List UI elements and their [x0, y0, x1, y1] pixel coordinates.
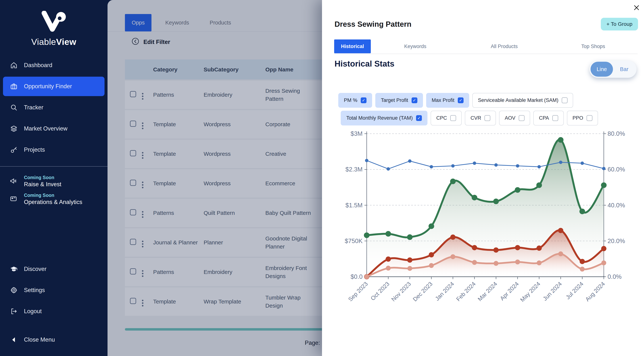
- edit-filter-button[interactable]: Edit Filter: [132, 38, 170, 47]
- checkbox-unchecked-icon[interactable]: [562, 98, 568, 103]
- sidebar-item-projects[interactable]: Projects: [3, 140, 104, 160]
- kebab-menu-icon[interactable]: [141, 237, 153, 248]
- svg-text:40.0%: 40.0%: [608, 202, 625, 209]
- drawer-header: Dress Sewing Pattern + To Group: [334, 18, 638, 30]
- metric-toggle-total-monthly-revenue-tam[interactable]: Total Monthly Revenue (TAM)✓: [341, 111, 428, 126]
- column-header-category[interactable]: Category: [153, 66, 204, 73]
- tab-products[interactable]: Products: [203, 14, 238, 32]
- drawer-close-button[interactable]: [632, 3, 642, 13]
- metric-label: PM %: [344, 98, 357, 103]
- cell-subcategory: Wrap Template: [204, 298, 265, 305]
- brand-name: ViableView: [0, 37, 108, 47]
- sidebar-item-dashboard[interactable]: Dashboard: [3, 56, 104, 75]
- cell-category: Patterns: [153, 92, 204, 98]
- metric-label: Serviceable Available Market (SAM): [478, 98, 558, 103]
- checkbox-checked-icon[interactable]: ✓: [416, 115, 422, 121]
- row-checkbox[interactable]: [130, 298, 141, 305]
- checkbox-checked-icon[interactable]: ✓: [458, 98, 464, 103]
- metric-label: CPA: [539, 115, 549, 121]
- metric-toggle-cpa[interactable]: CPA: [533, 111, 564, 126]
- historical-chart[interactable]: $3M80.0%$2.3M60.0%$1.5M40.0%$750K20.0%$0…: [326, 127, 636, 336]
- sidebar-item-tracker[interactable]: Tracker: [3, 98, 104, 117]
- metric-toggle-target-profit[interactable]: Target Profit✓: [375, 93, 423, 108]
- svg-text:Aug 2024: Aug 2024: [584, 280, 606, 303]
- kebab-menu-icon[interactable]: [141, 148, 153, 160]
- toggle-bar-option[interactable]: Bar: [613, 62, 636, 77]
- checkbox-unchecked-icon[interactable]: [586, 115, 592, 121]
- sidebar-divider: [0, 166, 108, 166]
- svg-text:May 2024: May 2024: [519, 280, 542, 303]
- checkbox-unchecked-icon[interactable]: [450, 115, 456, 121]
- sidebar-item-operations-analytics[interactable]: Coming Soon Operations & Analytics: [3, 192, 104, 206]
- kebab-menu-icon[interactable]: [141, 267, 153, 278]
- sidebar-item-discover[interactable]: Discover: [3, 259, 104, 279]
- briefcase-icon: [10, 82, 18, 90]
- sidebar-item-raise-invest[interactable]: Coming Soon Raise & Invest: [3, 175, 104, 188]
- row-checkbox[interactable]: [130, 91, 141, 98]
- svg-text:Jan 2024: Jan 2024: [434, 280, 455, 302]
- metric-toggle-aov[interactable]: AOV: [499, 111, 530, 126]
- row-checkbox[interactable]: [130, 180, 141, 187]
- drawer-title: Dress Sewing Pattern: [334, 20, 412, 28]
- row-checkbox[interactable]: [130, 120, 141, 128]
- row-checkbox[interactable]: [130, 209, 141, 217]
- cell-opp-name: Goodnote Digital Planner: [265, 234, 312, 251]
- close-menu-label: Close Menu: [24, 336, 55, 343]
- metric-label: AOV: [505, 115, 515, 121]
- list-tab-bar: Opps Keywords Products: [125, 14, 238, 32]
- metric-toggle-ppo[interactable]: PPO: [567, 111, 598, 126]
- cell-opp-name: Baby Quilt Pattern: [265, 209, 312, 217]
- checkbox-unchecked-icon[interactable]: [552, 115, 558, 121]
- svg-text:Jun 2024: Jun 2024: [542, 280, 563, 302]
- close-menu-button[interactable]: Close Menu: [3, 330, 104, 350]
- metric-toggle-max-profit[interactable]: Max Profit✓: [426, 93, 469, 108]
- column-header-opp-name[interactable]: Opp Name: [265, 66, 312, 73]
- checkbox-unchecked-icon[interactable]: [519, 115, 524, 121]
- svg-text:$0.0: $0.0: [350, 273, 362, 280]
- row-checkbox[interactable]: [130, 150, 141, 158]
- layers-icon: [10, 124, 18, 133]
- kebab-menu-icon[interactable]: [141, 89, 153, 100]
- sidebar-footer: Discover Settings Logout Close Menu: [0, 259, 108, 351]
- svg-text:Nov 2023: Nov 2023: [390, 280, 412, 303]
- checkbox-unchecked-icon[interactable]: [484, 115, 490, 121]
- wallet-icon: [10, 195, 18, 203]
- metric-toggles-row-1: PM %✓Target Profit✓Max Profit✓Serviceabl…: [338, 93, 573, 108]
- tab-historical[interactable]: Historical: [334, 40, 371, 53]
- sidebar-item-label: Dashboard: [24, 62, 52, 68]
- cell-opp-name: Embroidery Font Designs: [265, 264, 312, 280]
- tab-opps[interactable]: Opps: [125, 14, 152, 32]
- sidebar-item-market-overview[interactable]: Market Overview: [3, 119, 104, 138]
- tab-drawer-keywords[interactable]: Keywords: [371, 40, 460, 53]
- sidebar-item-label: Settings: [24, 287, 45, 294]
- home-icon: [10, 61, 18, 69]
- svg-text:0.0%: 0.0%: [608, 273, 622, 280]
- sidebar-item-opportunity-finder[interactable]: Opportunity Finder: [3, 77, 104, 96]
- metric-toggle-cpc[interactable]: CPC: [431, 111, 462, 126]
- sidebar-item-logout[interactable]: Logout: [3, 302, 104, 321]
- metric-label: Total Monthly Revenue (TAM): [346, 115, 413, 121]
- tab-keywords[interactable]: Keywords: [158, 14, 196, 32]
- kebab-menu-icon[interactable]: [141, 178, 153, 189]
- metric-toggle-serviceable-available-market-sam[interactable]: Serviceable Available Market (SAM): [472, 93, 573, 108]
- metric-toggle-cvr[interactable]: CVR: [465, 111, 496, 126]
- svg-text:Sep 2023: Sep 2023: [347, 280, 369, 303]
- checkbox-checked-icon[interactable]: ✓: [412, 98, 417, 103]
- column-header-subcategory[interactable]: SubCategory: [204, 66, 265, 73]
- row-checkbox[interactable]: [130, 239, 141, 246]
- sidebar-item-text: Coming Soon Raise & Invest: [24, 175, 61, 188]
- svg-text:Jul 2024: Jul 2024: [564, 280, 585, 301]
- checkbox-checked-icon[interactable]: ✓: [361, 98, 366, 103]
- page-label: Page:: [305, 340, 320, 346]
- metric-toggle-pm[interactable]: PM %✓: [338, 93, 372, 108]
- sidebar-item-settings[interactable]: Settings: [3, 280, 104, 300]
- add-to-group-button[interactable]: + To Group: [601, 18, 638, 30]
- toggle-line-option[interactable]: Line: [590, 62, 613, 77]
- row-checkbox[interactable]: [130, 268, 141, 276]
- kebab-menu-icon[interactable]: [141, 208, 153, 218]
- app-root: { "sidebar": { "brand": { "name_light": …: [0, 0, 644, 356]
- kebab-menu-icon[interactable]: [141, 119, 153, 130]
- kebab-menu-icon[interactable]: [141, 296, 153, 307]
- tab-all-products[interactable]: All Products: [460, 40, 549, 53]
- tab-top-shops[interactable]: Top Shops: [549, 40, 638, 53]
